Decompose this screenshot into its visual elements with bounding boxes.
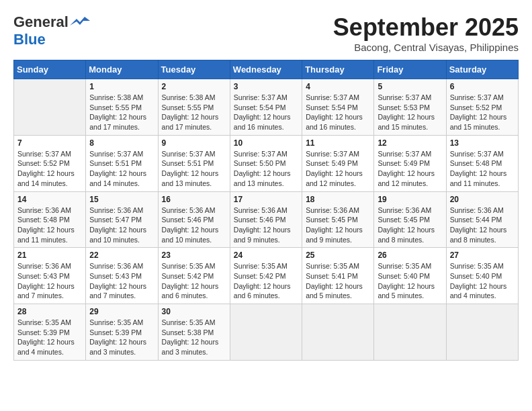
header-monday: Monday <box>86 60 158 79</box>
day-info: Sunrise: 5:38 AM Sunset: 5:55 PM Dayligh… <box>89 93 154 132</box>
day-number: 9 <box>162 138 226 148</box>
day-number: 6 <box>450 82 515 91</box>
day-info: Sunrise: 5:36 AM Sunset: 5:45 PM Dayligh… <box>306 205 370 245</box>
day-info: Sunrise: 5:35 AM Sunset: 5:39 PM Dayligh… <box>17 318 82 357</box>
day-number: 10 <box>234 138 298 148</box>
day-cell: 24Sunrise: 5:35 AM Sunset: 5:42 PM Dayli… <box>230 248 302 304</box>
day-info: Sunrise: 5:36 AM Sunset: 5:45 PM Dayligh… <box>378 205 442 245</box>
day-cell: 19Sunrise: 5:36 AM Sunset: 5:45 PM Dayli… <box>374 191 446 248</box>
day-info: Sunrise: 5:38 AM Sunset: 5:55 PM Dayligh… <box>162 93 226 132</box>
header-tuesday: Tuesday <box>158 60 230 79</box>
day-cell: 17Sunrise: 5:36 AM Sunset: 5:46 PM Dayli… <box>230 191 302 248</box>
header-thursday: Thursday <box>302 60 374 79</box>
day-info: Sunrise: 5:35 AM Sunset: 5:42 PM Dayligh… <box>234 261 298 301</box>
day-number: 15 <box>89 195 154 204</box>
logo-general: General <box>13 13 69 31</box>
day-info: Sunrise: 5:36 AM Sunset: 5:43 PM Dayligh… <box>17 261 82 301</box>
day-info: Sunrise: 5:35 AM Sunset: 5:40 PM Dayligh… <box>450 261 515 301</box>
header-friday: Friday <box>374 60 446 79</box>
day-number: 7 <box>17 138 82 148</box>
day-number: 3 <box>234 82 298 91</box>
day-number: 8 <box>89 138 154 148</box>
day-number: 12 <box>378 138 442 148</box>
day-cell: 18Sunrise: 5:36 AM Sunset: 5:45 PM Dayli… <box>302 191 374 248</box>
logo-bird-icon <box>70 15 90 29</box>
day-cell: 1Sunrise: 5:38 AM Sunset: 5:55 PM Daylig… <box>86 79 158 136</box>
day-cell <box>230 304 302 361</box>
day-cell: 6Sunrise: 5:37 AM Sunset: 5:52 PM Daylig… <box>446 79 518 136</box>
day-cell: 30Sunrise: 5:35 AM Sunset: 5:38 PM Dayli… <box>158 304 230 361</box>
calendar-table: SundayMondayTuesdayWednesdayThursdayFrid… <box>13 60 519 361</box>
day-info: Sunrise: 5:36 AM Sunset: 5:43 PM Dayligh… <box>89 261 154 301</box>
day-cell: 11Sunrise: 5:37 AM Sunset: 5:49 PM Dayli… <box>302 135 374 191</box>
day-info: Sunrise: 5:35 AM Sunset: 5:38 PM Dayligh… <box>162 318 226 357</box>
day-info: Sunrise: 5:37 AM Sunset: 5:51 PM Dayligh… <box>89 149 154 189</box>
day-info: Sunrise: 5:36 AM Sunset: 5:46 PM Dayligh… <box>234 205 298 245</box>
day-number: 14 <box>17 195 82 204</box>
day-cell: 13Sunrise: 5:37 AM Sunset: 5:48 PM Dayli… <box>446 135 518 191</box>
day-cell: 20Sunrise: 5:36 AM Sunset: 5:44 PM Dayli… <box>446 191 518 248</box>
day-info: Sunrise: 5:35 AM Sunset: 5:42 PM Dayligh… <box>162 261 226 301</box>
day-info: Sunrise: 5:37 AM Sunset: 5:51 PM Dayligh… <box>162 149 226 189</box>
day-info: Sunrise: 5:37 AM Sunset: 5:50 PM Dayligh… <box>234 149 298 189</box>
logo-blue: Blue <box>13 31 46 48</box>
day-cell: 10Sunrise: 5:37 AM Sunset: 5:50 PM Dayli… <box>230 135 302 191</box>
day-number: 5 <box>378 82 442 91</box>
week-row-4: 21Sunrise: 5:36 AM Sunset: 5:43 PM Dayli… <box>14 248 519 304</box>
day-info: Sunrise: 5:37 AM Sunset: 5:49 PM Dayligh… <box>306 149 370 189</box>
day-number: 23 <box>162 250 226 260</box>
day-cell: 9Sunrise: 5:37 AM Sunset: 5:51 PM Daylig… <box>158 135 230 191</box>
day-cell <box>14 79 86 136</box>
day-info: Sunrise: 5:35 AM Sunset: 5:39 PM Dayligh… <box>89 318 154 357</box>
day-cell: 12Sunrise: 5:37 AM Sunset: 5:49 PM Dayli… <box>374 135 446 191</box>
day-number: 11 <box>306 138 370 148</box>
day-cell <box>446 304 518 361</box>
header-saturday: Saturday <box>446 60 518 79</box>
day-info: Sunrise: 5:37 AM Sunset: 5:52 PM Dayligh… <box>450 93 515 132</box>
location-subtitle: Bacong, Central Visayas, Philippines <box>333 42 519 53</box>
day-cell: 26Sunrise: 5:35 AM Sunset: 5:40 PM Dayli… <box>374 248 446 304</box>
day-number: 24 <box>234 250 298 260</box>
day-info: Sunrise: 5:36 AM Sunset: 5:47 PM Dayligh… <box>89 205 154 245</box>
day-number: 19 <box>378 195 442 204</box>
day-cell: 7Sunrise: 5:37 AM Sunset: 5:52 PM Daylig… <box>14 135 86 191</box>
day-info: Sunrise: 5:37 AM Sunset: 5:52 PM Dayligh… <box>17 149 82 189</box>
day-number: 26 <box>378 250 442 260</box>
day-number: 17 <box>234 195 298 204</box>
day-cell: 16Sunrise: 5:36 AM Sunset: 5:46 PM Dayli… <box>158 191 230 248</box>
day-cell: 3Sunrise: 5:37 AM Sunset: 5:54 PM Daylig… <box>230 79 302 136</box>
day-cell: 29Sunrise: 5:35 AM Sunset: 5:39 PM Dayli… <box>86 304 158 361</box>
day-cell: 22Sunrise: 5:36 AM Sunset: 5:43 PM Dayli… <box>86 248 158 304</box>
week-row-3: 14Sunrise: 5:36 AM Sunset: 5:48 PM Dayli… <box>14 191 519 248</box>
day-cell <box>374 304 446 361</box>
day-cell <box>302 304 374 361</box>
logo: General Blue <box>13 13 90 48</box>
day-cell: 14Sunrise: 5:36 AM Sunset: 5:48 PM Dayli… <box>14 191 86 248</box>
day-cell: 28Sunrise: 5:35 AM Sunset: 5:39 PM Dayli… <box>14 304 86 361</box>
calendar-header: SundayMondayTuesdayWednesdayThursdayFrid… <box>14 60 519 79</box>
header-row: SundayMondayTuesdayWednesdayThursdayFrid… <box>14 60 519 79</box>
day-number: 25 <box>306 250 370 260</box>
week-row-1: 1Sunrise: 5:38 AM Sunset: 5:55 PM Daylig… <box>14 79 519 136</box>
day-info: Sunrise: 5:37 AM Sunset: 5:48 PM Dayligh… <box>450 149 515 189</box>
day-info: Sunrise: 5:37 AM Sunset: 5:49 PM Dayligh… <box>378 149 442 189</box>
day-info: Sunrise: 5:36 AM Sunset: 5:48 PM Dayligh… <box>17 205 82 245</box>
day-cell: 21Sunrise: 5:36 AM Sunset: 5:43 PM Dayli… <box>14 248 86 304</box>
day-number: 4 <box>306 82 370 91</box>
day-number: 2 <box>162 82 226 91</box>
week-row-5: 28Sunrise: 5:35 AM Sunset: 5:39 PM Dayli… <box>14 304 519 361</box>
day-number: 1 <box>89 82 154 91</box>
day-info: Sunrise: 5:37 AM Sunset: 5:54 PM Dayligh… <box>306 93 370 132</box>
calendar-body: 1Sunrise: 5:38 AM Sunset: 5:55 PM Daylig… <box>14 79 519 361</box>
day-cell: 4Sunrise: 5:37 AM Sunset: 5:54 PM Daylig… <box>302 79 374 136</box>
day-number: 20 <box>450 195 515 204</box>
day-cell: 23Sunrise: 5:35 AM Sunset: 5:42 PM Dayli… <box>158 248 230 304</box>
day-number: 28 <box>17 307 82 316</box>
page-header: General Blue September 2025 Bacong, Cent… <box>13 13 519 53</box>
day-cell: 5Sunrise: 5:37 AM Sunset: 5:53 PM Daylig… <box>374 79 446 136</box>
svg-marker-0 <box>70 17 90 26</box>
month-title: September 2025 <box>333 13 519 42</box>
title-block: September 2025 Bacong, Central Visayas, … <box>333 13 519 53</box>
day-number: 18 <box>306 195 370 204</box>
day-cell: 25Sunrise: 5:35 AM Sunset: 5:41 PM Dayli… <box>302 248 374 304</box>
